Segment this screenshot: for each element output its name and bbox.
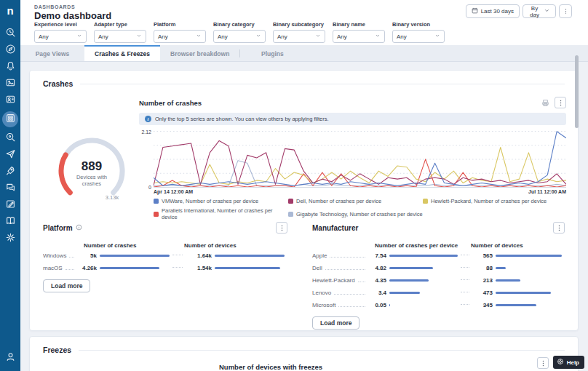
table-row[interactable]: Dell4.8288 — [312, 262, 565, 274]
scrollbar-thumb[interactable] — [575, 55, 579, 128]
rocket-icon — [5, 165, 16, 179]
x-axis: Apr 14 12:00 AM Jul 11 12:00 AM — [139, 189, 566, 194]
sidebar-item-search-settings[interactable] — [2, 132, 18, 144]
interval-select[interactable]: By day — [523, 4, 556, 18]
manufacturer-panel: ManufacturerNumber of crashes per device… — [312, 222, 565, 330]
row-bar — [386, 267, 461, 269]
filter-select[interactable]: Any — [94, 30, 146, 43]
chat-bubbles-icon — [5, 182, 16, 196]
sidebar-item-dashboard-grid[interactable] — [2, 111, 18, 127]
row-value: 565 — [469, 252, 493, 259]
panel-kebab-button[interactable] — [553, 222, 565, 234]
legend-item[interactable]: Dell, Number of crashes per device — [288, 198, 423, 204]
row-value: 1.54k — [183, 265, 212, 271]
gear-icon — [5, 232, 16, 246]
filter-select[interactable]: Any — [333, 30, 385, 43]
top-series-notice: i Only the top 5 series are shown. You c… — [139, 113, 566, 125]
export-icon[interactable] — [539, 97, 551, 108]
table-row[interactable]: Hewlett-Packard4.35213 — [312, 274, 565, 287]
row-bar — [493, 292, 565, 294]
freezes-card: Freezes Number of devices with freezes — [29, 336, 579, 371]
chevron-down-icon — [196, 33, 202, 40]
tab-page-views[interactable]: Page Views — [20, 45, 84, 61]
x-tick-start: Apr 14 12:00 AM — [154, 189, 193, 194]
help-button[interactable]: Help — [553, 356, 584, 369]
table-row[interactable]: Apple7.54565 — [312, 250, 565, 262]
row-bar — [386, 304, 461, 306]
row-bar — [493, 304, 565, 306]
legend-item[interactable]: Hewlett-Packard, Number of crashes per d… — [423, 198, 557, 204]
chevron-down-icon — [76, 33, 82, 40]
sidebar-item-gear[interactable] — [2, 233, 18, 244]
load-more-button[interactable]: Load more — [43, 279, 90, 292]
tab-bar: Page ViewsCrashes & FreezesBrowser break… — [20, 45, 588, 62]
load-more-button[interactable]: Load more — [312, 316, 359, 330]
crashes-section-header: Crashes — [43, 79, 565, 88]
filter-select[interactable]: Any — [34, 30, 87, 43]
table-row[interactable]: Microsoft0.05345 — [312, 299, 565, 311]
sidebar-nav — [0, 20, 20, 244]
platform-panel: PlatformNumber of crashesNumber of devic… — [43, 222, 287, 292]
gauge-value: 889 — [46, 159, 138, 174]
column-header: Number of crashes — [76, 242, 172, 249]
tab-browser-breakdown[interactable]: Browser breakdown — [160, 45, 239, 61]
sidebar-item-note-edit[interactable] — [2, 199, 18, 211]
sidebar-item-rocket[interactable] — [2, 166, 18, 177]
legend-item[interactable]: Gigabyte Technology, Number of crashes p… — [288, 207, 423, 220]
sidebar-item-open-book[interactable] — [2, 216, 18, 228]
header-controls: Last 30 days By day — [466, 4, 572, 18]
header-kebab-button[interactable] — [559, 4, 572, 18]
filter-select[interactable]: Any — [154, 30, 206, 43]
column-header: Number of devices — [172, 242, 287, 249]
legend-item[interactable]: Parallels International, Number of crash… — [154, 207, 288, 220]
gauge-total: 3.13k — [94, 194, 130, 201]
date-range-button[interactable]: Last 30 days — [466, 4, 520, 18]
panel-title: Manufacturer — [312, 224, 358, 232]
filter-binary-subcategory: Binary subcategoryAny — [273, 21, 325, 43]
legend-swatch — [154, 212, 159, 217]
legend-swatch — [154, 199, 159, 204]
panel-kebab-button[interactable] — [276, 222, 287, 234]
sidebar-item-search-history[interactable] — [2, 28, 18, 39]
row-value: 88 — [469, 265, 493, 271]
sidebar-item-bell[interactable] — [2, 61, 18, 73]
sidebar-item-paper-plane[interactable] — [2, 149, 18, 161]
sidebar-item-id-badge[interactable] — [2, 95, 18, 106]
legend-item[interactable]: VMWare, Number of crashes per device — [154, 198, 288, 204]
tab-crashes-freezes[interactable]: Crashes & Freezes — [84, 45, 160, 61]
table-row[interactable]: Windows5k1.64k — [43, 250, 287, 262]
filter-select[interactable]: Any — [273, 30, 325, 43]
table-row[interactable]: Lenovo3.4473 — [312, 287, 565, 299]
row-bar — [493, 255, 565, 257]
sidebar-item-compass[interactable] — [2, 44, 18, 56]
sidebar-account[interactable] — [0, 351, 20, 365]
breadcrumb[interactable]: DASHBOARDS — [34, 4, 75, 9]
sidebar-item-image-card[interactable] — [2, 78, 18, 89]
freezes-kebab-button[interactable] — [537, 357, 549, 369]
filter-binary-category: Binary categoryAny — [213, 21, 266, 43]
row-value: 213 — [469, 277, 493, 284]
notice-text: Only the top 5 series are shown. You can… — [155, 116, 328, 122]
row-value: 4.35 — [368, 277, 386, 284]
row-bar — [212, 267, 287, 269]
column-header: Number of crashes per device — [368, 242, 461, 249]
filter-select[interactable]: Any — [392, 30, 445, 43]
nexthink-logo[interactable]: n — [0, 0, 20, 20]
row-value: 7.54 — [368, 252, 386, 259]
table-row[interactable]: macOS4.26k1.54k — [43, 262, 287, 274]
sidebar-item-chat-bubbles[interactable] — [2, 183, 18, 194]
row-label: Dell — [312, 265, 368, 271]
row-bar — [493, 267, 565, 269]
chart-kebab-button[interactable] — [555, 97, 566, 108]
row-value: 3.4 — [368, 290, 386, 296]
page-title: Demo dashboard — [34, 10, 111, 21]
filter-adapter-type: Adapter typeAny — [94, 21, 146, 43]
tab-plugins[interactable]: Plugins — [240, 45, 304, 61]
filter-select[interactable]: Any — [213, 30, 266, 43]
row-value: 5k — [76, 252, 97, 259]
filter-label: Binary subcategory — [273, 21, 325, 28]
row-bar — [386, 292, 461, 294]
plot-area[interactable] — [154, 131, 566, 188]
row-label: Apple — [312, 252, 368, 259]
filter-label: Binary name — [333, 21, 385, 28]
